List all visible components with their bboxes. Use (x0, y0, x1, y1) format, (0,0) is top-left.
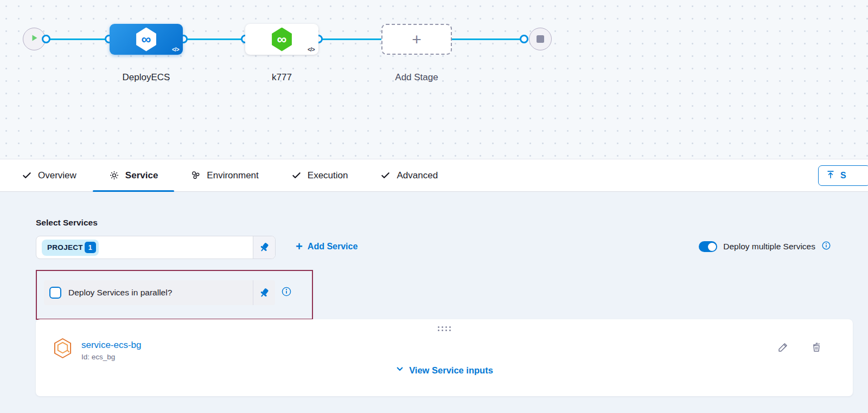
harness-logo-icon: ∞ (136, 28, 157, 51)
deploy-multiple-toggle[interactable] (699, 241, 717, 252)
add-service-label: Add Service (308, 242, 358, 251)
gear-icon (109, 170, 119, 180)
port-start-out[interactable] (42, 35, 50, 43)
info-icon[interactable] (281, 286, 292, 299)
stage-node-deployecs[interactable]: ∞ </> (110, 24, 183, 55)
tab-advanced[interactable]: Advanced (364, 159, 454, 191)
chip-label: PROJECT (47, 243, 83, 251)
service-card: service-ecs-bg Id: ecs_bg View Service i… (36, 319, 853, 396)
annotation-highlight-box: Deploy Services in parallel? (36, 270, 313, 320)
pipeline-end-node (529, 28, 552, 50)
deploy-parallel-field: Deploy Services in parallel? (44, 280, 275, 305)
view-service-inputs-link[interactable]: View Service inputs (36, 365, 853, 376)
plus-icon: + (412, 31, 422, 48)
pipeline-canvas[interactable]: ∞ </> ∞ </> + DeployECS k777 Add Stage (0, 0, 868, 159)
deploy-multiple-label: Deploy multiple Services (723, 242, 815, 251)
environment-icon (190, 170, 201, 180)
chevron-down-icon (395, 365, 404, 376)
add-service-button[interactable]: + Add Service (296, 241, 358, 253)
delete-service-button[interactable] (810, 341, 822, 356)
stage-node-k777[interactable]: ∞ </> (245, 24, 318, 55)
code-view-icon: </> (308, 47, 315, 53)
code-view-icon: </> (172, 47, 179, 53)
deploy-multiple-services-row: Deploy multiple Services (699, 241, 831, 253)
add-stage-button[interactable]: + (381, 24, 452, 55)
deploy-parallel-checkbox[interactable] (49, 287, 61, 299)
info-icon[interactable] (821, 241, 831, 253)
check-icon (291, 170, 302, 180)
save-button[interactable]: S (818, 165, 868, 186)
service-tab-panel: Select Services PROJECT 1 + Add Service … (0, 192, 868, 413)
tab-execution[interactable]: Execution (275, 159, 365, 191)
service-hexagon-icon (53, 338, 72, 361)
upload-icon (826, 170, 835, 182)
pin-icon (258, 241, 270, 254)
stage-config-tabbar: Overview Service Environment Execution A… (0, 159, 868, 192)
service-name-link[interactable]: service-ecs-bg (81, 340, 142, 351)
edit-service-button[interactable] (777, 341, 789, 356)
port-end-in[interactable] (520, 35, 528, 43)
fixed-input-pin-button[interactable] (253, 236, 275, 259)
tab-overview[interactable]: Overview (5, 159, 93, 191)
drag-handle[interactable] (438, 326, 451, 331)
tab-label: Environment (207, 170, 258, 181)
save-button-label: S (840, 171, 846, 180)
tab-service[interactable]: Service (93, 159, 175, 191)
tab-label: Advanced (397, 170, 438, 181)
tab-label: Service (125, 170, 158, 181)
stage-label-deployecs[interactable]: DeployECS (110, 72, 183, 83)
fixed-input-pin-button[interactable] (253, 280, 275, 305)
stage-label-k777[interactable]: k777 (245, 72, 318, 83)
select-services-input[interactable]: PROJECT 1 (36, 236, 276, 259)
plus-icon: + (296, 241, 303, 253)
stage-label-add-stage[interactable]: Add Stage (381, 72, 452, 83)
check-icon (22, 170, 32, 180)
tab-environment[interactable]: Environment (174, 159, 275, 191)
chip-count-badge: 1 (85, 242, 96, 253)
select-services-label: Select Services (36, 218, 98, 228)
view-inputs-label: View Service inputs (409, 365, 493, 376)
harness-logo-icon: ∞ (271, 28, 293, 51)
deploy-parallel-label: Deploy Services in parallel? (68, 288, 172, 298)
selected-services-chip[interactable]: PROJECT 1 (42, 240, 99, 256)
play-icon (30, 34, 39, 44)
tab-label: Execution (308, 170, 348, 181)
check-icon (380, 170, 391, 180)
tab-label: Overview (38, 170, 76, 181)
stop-icon (537, 35, 544, 43)
pin-icon (258, 286, 270, 299)
service-id-text: Id: ecs_bg (81, 353, 115, 361)
